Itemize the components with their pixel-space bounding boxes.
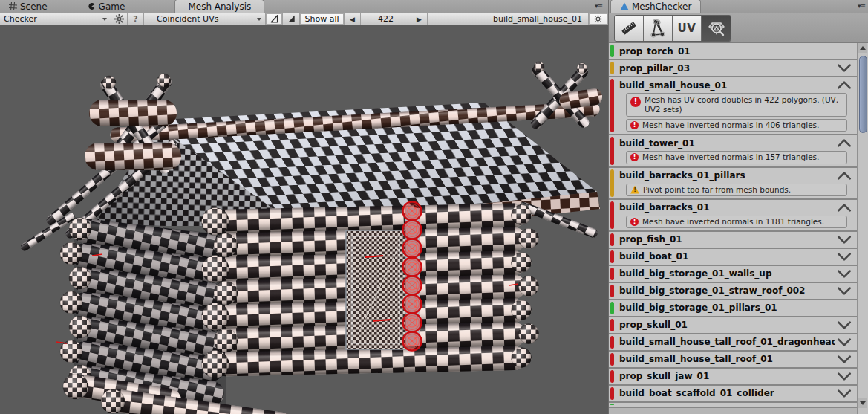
next-issue-button[interactable]: ▶ (411, 13, 428, 25)
chevron-down-icon[interactable] (837, 236, 852, 244)
chevron-up-icon[interactable] (837, 139, 852, 147)
chevron-down-icon[interactable] (837, 253, 852, 261)
mesh-list-item[interactable]: build_big_storage_01_straw_roof_002 (609, 283, 857, 300)
error-icon: ! (630, 218, 639, 226)
checker-material-dropdown[interactable]: Checker (0, 13, 111, 25)
status-bar-red (610, 387, 614, 400)
status-bar-red (610, 201, 614, 229)
mesh-list-item[interactable]: build_boat_scaffold_01_collider (609, 386, 857, 403)
scroll-down-button[interactable] (858, 398, 867, 408)
mesh-list-item[interactable]: build_big_storage_01_walls_up (609, 266, 857, 283)
chevron-up-icon[interactable] (837, 172, 852, 180)
chevron-down-icon[interactable] (837, 338, 852, 346)
tab-game[interactable]: Game (79, 0, 134, 13)
status-bar-red (610, 336, 614, 349)
chevron-down-icon[interactable] (837, 321, 852, 329)
tab-scene-label: Scene (20, 1, 48, 12)
arrow-down-icon (860, 401, 866, 405)
issue-text: Pivot point too far from mesh bounds. (643, 185, 791, 195)
mesh-list-item[interactable]: build_small_house_tall_roof_01 (609, 352, 857, 369)
chevron-down-icon[interactable] (837, 372, 852, 381)
mesh-list-item[interactable]: build_boat_01 (609, 249, 857, 266)
tab-mesh-analysis[interactable]: Mesh Analysis (174, 0, 264, 13)
chevron-down-icon[interactable] (837, 270, 852, 278)
chevron-down-icon[interactable] (837, 389, 852, 398)
chevron-down-icon[interactable] (837, 355, 852, 363)
mesh-list-item[interactable]: build_barracks_01_pillars!Pivot point to… (609, 168, 857, 200)
mesh-list-item[interactable]: build_small_house_01!Mesh has UV coord d… (609, 77, 857, 135)
toolbar-spacer (144, 13, 153, 25)
uv-button-label: UV (678, 22, 696, 35)
check-mode-dropdown[interactable]: Coincident UVs (153, 13, 266, 25)
issue-box[interactable]: !Pivot point too far from mesh bounds. (626, 184, 847, 196)
mesh-list-item[interactable]: prop_skull_01 (609, 317, 857, 334)
mesh-list-item[interactable]: prop_skull_jaw_01 (609, 369, 857, 386)
check-category-buttons: UV (614, 15, 731, 42)
unity-editor-window: Scene Game Mesh Analysis ▾≡ Checker (0, 0, 868, 414)
triangle-filled-icon (287, 14, 296, 24)
mesh-list-item[interactable]: build_big_storage_01_pillars_01 (609, 300, 857, 317)
mesh-name: build_big_storage_01_walls_up (619, 268, 835, 279)
chevron-down-icon[interactable] (837, 64, 852, 72)
gear-icon (114, 14, 124, 24)
mesh-name: prop_pillar_03 (619, 63, 835, 74)
lighting-toggle-button[interactable] (588, 13, 608, 25)
topology-check-button[interactable] (644, 16, 673, 41)
mesh-name: build_small_house_01 (619, 80, 835, 91)
warning-icon: ! (630, 186, 639, 194)
issue-box[interactable]: !Mesh have inverted normals in 1181 tria… (626, 216, 847, 228)
tab-meshchecker[interactable]: MeshChecker (610, 0, 701, 13)
mesh-list-item[interactable]: build_barracks_01!Mesh have inverted nor… (609, 200, 857, 232)
panel-menu-icon[interactable]: ▾≡ (595, 2, 602, 10)
mesh-name: prop_torch_01 (619, 46, 857, 56)
issue-text: Mesh have inverted normals in 1181 trian… (642, 217, 824, 227)
wireframe-triangle-icon (648, 19, 668, 38)
issue-box[interactable]: !Mesh have inverted normals in 406 trian… (626, 119, 847, 132)
help-button[interactable]: ? (128, 13, 144, 25)
chevron-up-icon[interactable] (837, 81, 852, 89)
chevron-down-icon (257, 18, 261, 21)
mesh-list-scrollbar[interactable] (857, 43, 868, 414)
status-bar-red (610, 319, 614, 331)
meshchecker-toolbar: UV (609, 13, 868, 43)
meshchecker-logo-icon (620, 2, 629, 10)
settings-button[interactable] (111, 13, 128, 25)
mesh-list-item[interactable]: prop_pillar_03 (609, 60, 857, 77)
issue-count-field[interactable]: 422 (361, 13, 411, 25)
uv-check-button[interactable]: UV (673, 16, 702, 41)
mesh-list-item[interactable]: prop_torch_01 (609, 43, 857, 60)
prev-issue-button[interactable]: ◀ (345, 13, 361, 25)
chevron-down-icon (102, 18, 107, 21)
show-all-button[interactable]: Show all (300, 13, 345, 25)
geometry-check-button[interactable] (615, 16, 644, 41)
highlight-filled-toggle[interactable] (283, 13, 300, 25)
tab-scene[interactable]: Scene (0, 0, 56, 13)
selected-mesh-name: build_small_house_01 (493, 14, 582, 24)
issue-text: Mesh have inverted normals in 406 triang… (642, 120, 819, 130)
triangle-outline-icon (270, 14, 279, 24)
chevron-down-icon[interactable] (837, 287, 852, 295)
inspect-check-button[interactable] (702, 16, 731, 41)
gem-magnifier-icon (707, 19, 726, 38)
tab-mesh-analysis-label: Mesh Analysis (188, 1, 251, 12)
issue-box[interactable]: !Mesh has UV coord doubles in 422 polygo… (626, 93, 847, 117)
chevron-up-icon[interactable] (837, 204, 852, 212)
mesh-list-item[interactable]: build_tower_01!Mesh have inverted normal… (609, 135, 857, 167)
status-bar-red (610, 268, 614, 280)
highlight-outline-toggle[interactable] (266, 13, 283, 25)
mesh-list: prop_torch_01prop_pillar_03build_small_h… (609, 43, 857, 414)
mesh-name: build_big_storage_01_straw_roof_002 (619, 285, 835, 296)
scroll-up-button[interactable] (858, 43, 867, 53)
mesh-name: prop_skull_01 (619, 320, 835, 330)
mesh-list-item[interactable]: build_small_house_tall_roof_01_dragonhea… (609, 334, 857, 352)
status-bar-red (610, 137, 614, 164)
mesh-name: build_small_house_tall_roof_01_dragonhea… (619, 337, 835, 347)
issue-box[interactable]: !Mesh have inverted normals in 157 trian… (626, 151, 847, 164)
3d-viewport[interactable] (0, 25, 608, 414)
mesh-name: build_big_storage_01_pillars_01 (619, 303, 857, 313)
mesh-list-item[interactable] (609, 403, 857, 408)
panel-menu-icon[interactable]: ▾≡ (858, 2, 865, 10)
mesh-list-item[interactable]: prop_fish_01 (609, 232, 857, 249)
scrollbar-thumb[interactable] (859, 56, 867, 133)
status-bar-green (610, 404, 614, 405)
